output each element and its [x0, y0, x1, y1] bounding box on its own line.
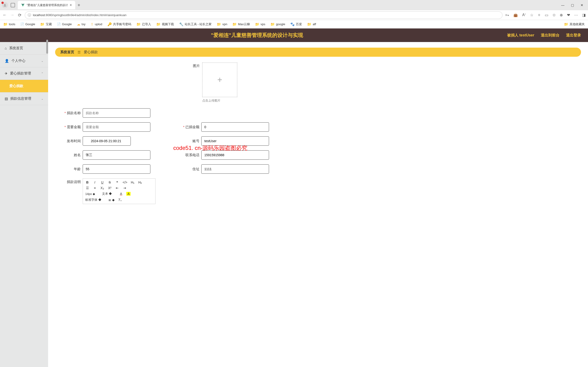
header-user[interactable]: 被捐人 testUser — [507, 33, 534, 38]
shopping-icon[interactable]: 👜 — [513, 13, 518, 17]
text-size-icon[interactable]: A» — [522, 13, 526, 17]
sidebar-toggle-icon[interactable]: ◨ — [582, 13, 586, 17]
browser-tab[interactable]: "爱相连"儿童慈善管理系统的设计 × — [18, 1, 75, 9]
sidebar-item-home[interactable]: ⌂系统首页 — [0, 42, 48, 55]
bookmark-item[interactable]: 🔑共享账号密码 — [107, 22, 131, 26]
outdent-button[interactable]: ⇤ — [115, 186, 119, 190]
tab-close-icon[interactable]: × — [70, 3, 72, 7]
breadcrumb: 系统首页 ☰ 爱心捐款 — [55, 48, 581, 57]
italic-button[interactable]: I — [93, 180, 97, 184]
other-bookmarks[interactable]: 📁其他收藏夹 — [564, 22, 585, 26]
text-color-button[interactable]: A — [119, 192, 123, 196]
bookmarks-bar: 📁tools📄Google📁宝藏📄Google☁txy⇧uplod🔑共享账号密码… — [0, 20, 588, 28]
logout-link[interactable]: 退出登录 — [566, 33, 581, 38]
strike-button[interactable]: S — [108, 180, 112, 184]
bookmark-item[interactable]: 📁tools — [3, 22, 15, 26]
sync-icon[interactable]: ❤ — [567, 13, 570, 17]
key-icon[interactable]: 🗝 — [505, 13, 509, 17]
align-select[interactable]: ≣ ◆ — [108, 198, 115, 202]
rich-text-editor-toolbar: B I U S ❝ </> H₁ H₂ ☰ ≡ X₂ — [83, 178, 156, 204]
back-button[interactable]: ← — [2, 13, 7, 17]
window-icon — [11, 3, 15, 7]
account-input[interactable] — [201, 136, 269, 146]
sidebar-item-donation[interactable]: 爱心捐款 — [0, 80, 48, 92]
breadcrumb-sep-icon: ☰ — [77, 50, 81, 54]
superscript-button[interactable]: X² — [108, 186, 112, 190]
ordered-list-button[interactable]: ☰ — [85, 186, 89, 190]
bookmark-icon: 📄 — [57, 22, 61, 26]
h2-button[interactable]: H₂ — [138, 180, 142, 184]
fontfamily-select[interactable]: 标准字体 ◆ — [85, 198, 105, 202]
publish-time-input[interactable] — [83, 136, 131, 146]
sidebar-item-personal[interactable]: 👤个人中心⌄ — [0, 55, 48, 67]
sidebar-item-donation-mgmt[interactable]: ✈爱心捐款管理⌃ — [0, 67, 48, 80]
url-input[interactable]: ⓘ localhost:8080/springboot8n9e4/admin/d… — [25, 11, 503, 19]
sidebar: ⌂系统首页 👤个人中心⌄ ✈爱心捐款管理⌃ 爱心捐款 ▤捐款信息管理⌄ — [0, 42, 48, 367]
collections-icon[interactable]: ⊕ — [560, 13, 563, 17]
age-input[interactable] — [83, 164, 150, 174]
clear-format-button[interactable]: Tₓ — [118, 198, 122, 202]
underline-button[interactable]: U — [100, 180, 104, 184]
h1-button[interactable]: H₁ — [131, 180, 135, 184]
indent-button[interactable]: ⇥ — [123, 186, 127, 190]
subscript-button[interactable]: X₂ — [100, 186, 104, 190]
site-info-icon[interactable]: ⓘ — [28, 13, 31, 17]
bookmark-item[interactable]: 📁google — [270, 22, 285, 26]
maximize-button[interactable]: ▢ — [571, 3, 574, 7]
bookmark-item[interactable]: ⇧uplod — [91, 22, 102, 26]
app-header: "爱相连"儿童慈善管理系统的设计与实现 被捐人 testUser 退出到前台 退… — [0, 28, 588, 42]
bookmark-item[interactable]: 🔧站长工具 - 站长之家 — [179, 22, 212, 26]
bookmark-item[interactable]: 🐾百度 — [290, 22, 302, 26]
quote-button[interactable]: ❝ — [115, 180, 119, 184]
image-upload-box[interactable]: + — [202, 63, 237, 97]
new-tab-button[interactable]: + — [77, 3, 80, 8]
extensions-icon[interactable]: ✧ — [538, 13, 541, 17]
bookmark-icon: 📁 — [270, 22, 275, 26]
bookmark-item[interactable]: 📁视频下载 — [156, 22, 174, 26]
fontsize-select[interactable]: 14px ◆ — [85, 192, 99, 196]
minimize-button[interactable]: — — [561, 3, 564, 7]
bookmark-item[interactable]: 📁已导入 — [136, 22, 151, 26]
list-icon: ▤ — [5, 97, 8, 101]
forward-button[interactable]: → — [10, 13, 15, 17]
unordered-list-button[interactable]: ≡ — [93, 186, 97, 190]
need-amount-input[interactable] — [83, 122, 150, 132]
star-outline-icon[interactable]: ☆ — [530, 13, 533, 17]
bold-button[interactable]: B — [85, 180, 89, 184]
close-window-button[interactable]: ✕ — [580, 3, 583, 7]
bookmark-item[interactable]: 📁vps — [255, 22, 265, 26]
address-input[interactable] — [201, 164, 269, 174]
name-input[interactable] — [83, 108, 150, 118]
bg-color-button[interactable]: A — [126, 192, 131, 196]
favorites-icon[interactable]: ✩ — [553, 13, 555, 17]
textmode-select[interactable]: 文本 ◆ — [102, 192, 116, 196]
bookmark-item[interactable]: 📄Google — [57, 22, 72, 26]
bookmark-item[interactable]: 📄Google — [20, 22, 35, 26]
reading-list-icon[interactable]: ▭ — [545, 13, 548, 17]
bookmark-item[interactable]: ☁txy — [77, 22, 85, 26]
browser-chrome: "爱相连"儿童慈善管理系统的设计 × + — ▢ ✕ ← → ⟳ ⓘ local… — [0, 0, 588, 28]
bookmark-item[interactable]: 📁宝藏 — [40, 22, 52, 26]
bookmark-item[interactable]: 📁aff — [307, 22, 316, 26]
exit-to-front-link[interactable]: 退出到前台 — [541, 33, 560, 38]
account-label: 账号 — [174, 139, 199, 143]
profile-avatar[interactable] — [2, 2, 8, 8]
more-icon[interactable]: ⋯ — [574, 13, 578, 17]
bookmark-icon: ☁ — [77, 22, 80, 26]
chevron-up-icon: ⌃ — [41, 72, 43, 75]
breadcrumb-home[interactable]: 系统首页 — [60, 50, 74, 54]
code-button[interactable]: </> — [123, 180, 127, 184]
publish-time-label: 发布时间 — [55, 139, 81, 143]
scrollbar-thumb[interactable] — [46, 42, 48, 54]
phone-input[interactable] — [201, 150, 269, 160]
sidebar-item-donation-info[interactable]: ▤捐款信息管理⌄ — [0, 92, 48, 105]
bookmark-icon: ⇧ — [91, 22, 94, 26]
realname-label: 姓名 — [55, 153, 81, 157]
refresh-button[interactable]: ⟳ — [17, 13, 22, 18]
chevron-down-icon: ⌄ — [41, 59, 43, 63]
address-label: 住址 — [174, 167, 199, 171]
bookmark-item[interactable]: 📁vpn — [217, 22, 227, 26]
bookmark-item[interactable]: 📁Max云梯 — [232, 22, 250, 26]
donated-amount-input[interactable] — [201, 122, 269, 132]
realname-input[interactable] — [83, 150, 150, 160]
